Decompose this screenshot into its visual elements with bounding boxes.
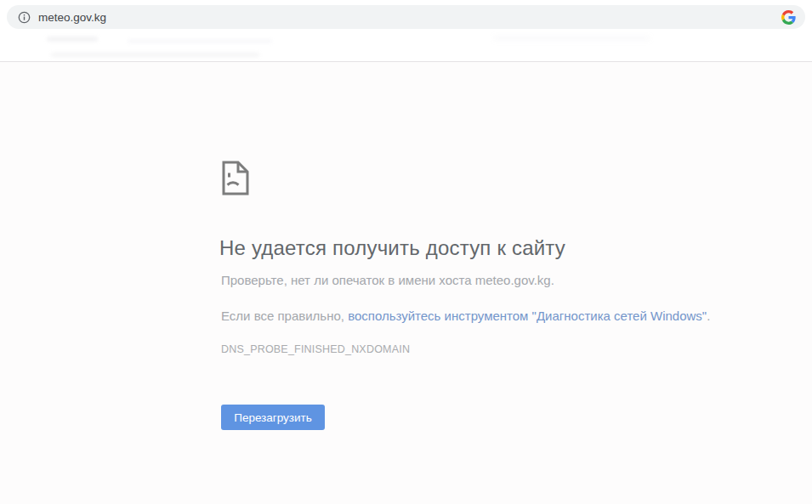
render-smudge-artifact bbox=[51, 53, 259, 57]
error-hint-typo: Проверьте, нет ли опечаток в имени хоста… bbox=[221, 273, 554, 287]
error-title: Не удается получить доступ к сайту bbox=[219, 236, 565, 260]
address-bar[interactable]: meteo.gov.kg bbox=[7, 5, 805, 29]
url-text[interactable]: meteo.gov.kg bbox=[38, 11, 781, 24]
render-smudge-artifact bbox=[493, 36, 650, 41]
error-hint-diagnostics: Если все правильно, воспользуйтесь инстр… bbox=[221, 309, 710, 323]
render-smudge-artifact bbox=[47, 37, 98, 42]
browser-toolbar: meteo.gov.kg bbox=[0, 0, 812, 62]
error-hint-diagnostics-prefix: Если все правильно, bbox=[221, 309, 348, 323]
reload-button[interactable]: Перезагрузить bbox=[221, 405, 325, 430]
error-hint-diagnostics-suffix: . bbox=[707, 309, 710, 323]
site-info-icon[interactable] bbox=[18, 11, 31, 24]
render-smudge-artifact bbox=[128, 39, 272, 43]
sad-page-icon bbox=[221, 161, 250, 195]
google-g-icon[interactable] bbox=[781, 10, 796, 25]
error-code: DNS_PROBE_FINISHED_NXDOMAIN bbox=[221, 343, 410, 355]
browser-window: meteo.gov.kg Не bbox=[0, 0, 812, 504]
windows-diagnostics-link[interactable]: воспользуйтесь инструментом "Диагностика… bbox=[348, 309, 707, 323]
